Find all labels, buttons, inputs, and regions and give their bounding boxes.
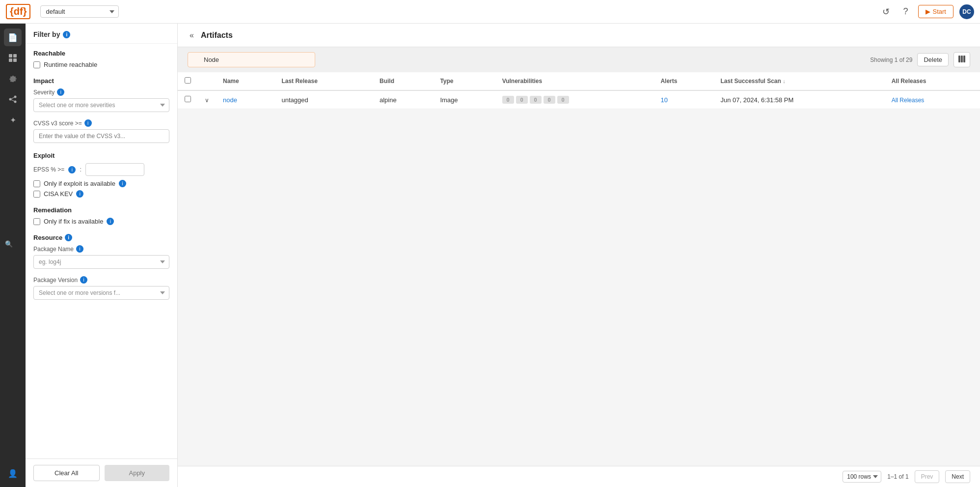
reload-button[interactable]: ↺ [878,4,894,19]
exploit-available-checkbox[interactable] [33,180,40,187]
row-checkbox-0[interactable] [185,96,191,102]
svg-rect-11 [963,56,965,62]
resource-section-title: Resource i [33,234,169,241]
vuln-badge-info: 0 [557,96,569,104]
package-version-select[interactable]: Select one or more versions f... [33,286,169,300]
table-container: Name Last Release Build Type Vulnerabili… [178,72,980,466]
epss-info-icon[interactable]: i [68,166,76,173]
workspace-select[interactable]: default [40,5,119,18]
filter-footer: Clear All Apply [26,458,177,487]
filter-section-exploit: Exploit EPSS % >= i : Only if exploit is… [33,152,169,198]
back-button[interactable]: « [188,29,196,42]
row-expand-cell: ∨ [198,90,216,109]
vuln-badge-low: 0 [544,96,555,104]
alerts-link[interactable]: 10 [660,96,667,104]
epss-input[interactable] [85,163,144,176]
th-checkbox [178,72,198,90]
severity-select[interactable]: Select one or more severities [33,98,169,112]
filter-section-reachable: Reachable Runtime reachable [33,50,169,68]
topbar: {df} default ↺ ? ▶ Start DC [0,0,980,24]
filter-section-remediation: Remediation Only if fix is available i [33,206,169,225]
nav-icon-settings[interactable] [4,70,22,87]
all-releases-link[interactable]: All Releases [892,97,925,104]
nav-icon-dashboard[interactable] [4,49,22,67]
select-all-checkbox[interactable] [185,77,191,84]
svg-line-7 [11,97,14,99]
filter-title: Filter by [33,30,60,38]
svg-point-4 [9,98,12,101]
nav-icon-pipelines[interactable]: ✦ [4,111,22,129]
epss-label: EPSS % >= [33,166,64,173]
avatar: DC [959,4,974,19]
cvss-info-icon[interactable]: i [84,119,92,127]
start-play-icon: ▶ [926,8,930,15]
table-footer: 100 rows 10 rows 25 rows 50 rows 1–1 of … [178,466,980,487]
th-name: Name [216,72,274,90]
exploit-available-row[interactable]: Only if exploit is available i [33,180,169,187]
filter-sidebar: Filter by i Reachable Runtime reachable … [26,24,178,487]
fix-available-row[interactable]: Only if fix is available i [33,218,169,225]
package-version-info-icon[interactable]: i [80,276,87,284]
row-expand-button[interactable]: ∨ [205,97,209,104]
th-last-scan[interactable]: Last Successful Scan ↓ [713,72,884,90]
filter-info-icon[interactable]: i [63,31,70,38]
svg-rect-3 [13,58,17,62]
svg-rect-0 [9,54,12,57]
th-build: Build [373,72,433,90]
svg-point-5 [14,96,17,98]
exploit-section-title: Exploit [33,152,169,159]
row-all-releases-cell: All Releases [885,90,980,109]
th-alerts: Alerts [653,72,713,90]
row-name-cell: node [216,90,274,109]
runtime-reachable-checkbox[interactable] [33,61,40,68]
fix-available-checkbox[interactable] [33,218,40,225]
artifact-name-link[interactable]: node [223,96,237,104]
row-last-release-cell: untagged [274,90,373,109]
help-button[interactable]: ? [899,4,912,19]
table-header-row: Name Last Release Build Type Vulnerabili… [178,72,980,90]
prev-button[interactable]: Prev [915,470,940,483]
row-build-cell: alpine [373,90,433,109]
next-button[interactable]: Next [945,470,970,483]
cisa-kev-row[interactable]: CISA KEV i [33,190,169,198]
rows-per-page-select[interactable]: 100 rows 10 rows 25 rows 50 rows [843,471,881,483]
showing-count: Showing 1 of 29 [870,57,912,63]
runtime-reachable-checkbox-row[interactable]: Runtime reachable [33,61,169,68]
left-nav: 📄 ✦ 👤 [0,24,26,487]
clear-all-button[interactable]: Clear All [33,465,100,481]
search-input[interactable] [188,52,315,67]
th-vulnerabilities: Vulnerabilities [495,72,654,90]
severity-label: Severity [33,89,54,96]
content-header: « Artifacts [178,24,980,47]
row-checkbox-cell [178,90,198,109]
severity-info-icon[interactable]: i [57,88,64,96]
content-area: « Artifacts 🔍 Showing 1 of 29 Delete [178,24,980,487]
vuln-badge-critical: 0 [502,96,514,104]
package-name-info-icon[interactable]: i [76,245,83,253]
svg-rect-2 [9,58,12,62]
th-all-releases: All Releases [885,72,980,90]
apply-button[interactable]: Apply [105,465,170,481]
delete-button[interactable]: Delete [917,53,949,66]
package-version-label: Package Version [33,277,78,284]
package-name-select[interactable]: eg. log4j [33,255,169,269]
cvss-label: CVSS v3 score >= [33,120,82,127]
columns-button[interactable] [953,52,970,67]
nav-icon-users[interactable]: 👤 [4,464,22,482]
cisa-kev-info-icon[interactable]: i [76,190,83,198]
fix-available-info-icon[interactable]: i [107,218,114,225]
nav-icon-reports[interactable]: 📄 [4,29,22,46]
page-title: Artifacts [201,31,233,40]
resource-info-icon[interactable]: i [65,234,72,241]
nav-icon-integrations[interactable] [4,90,22,108]
svg-rect-10 [961,56,963,62]
app-logo: {df} [6,4,30,19]
row-last-scan-cell: Jun 07, 2024, 6:31:58 PM [713,90,884,109]
cisa-kev-checkbox[interactable] [33,191,40,198]
row-alerts-cell: 10 [653,90,713,109]
start-button[interactable]: ▶ Start [918,5,953,18]
content-toolbar: 🔍 Showing 1 of 29 Delete [178,47,980,72]
exploit-available-info-icon[interactable]: i [119,180,126,187]
cvss-input[interactable] [33,129,169,143]
svg-point-6 [14,101,17,103]
